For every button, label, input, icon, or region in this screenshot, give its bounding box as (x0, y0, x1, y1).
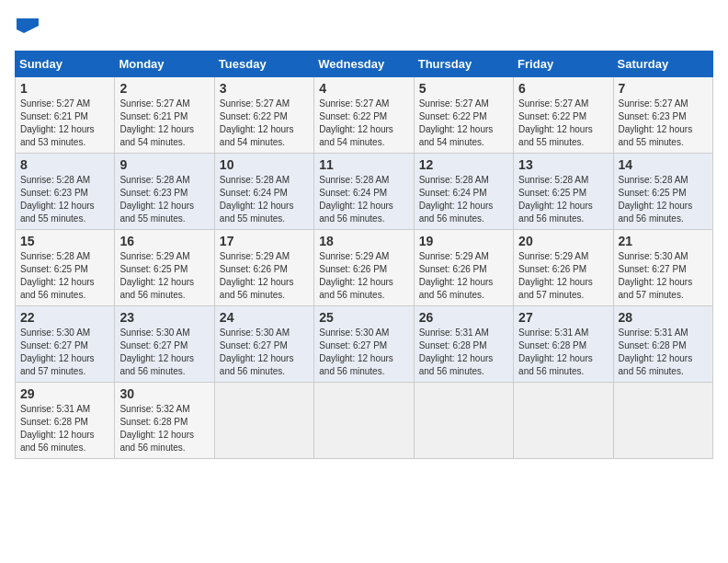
day-info: Sunrise: 5:28 AMSunset: 6:24 PMDaylight:… (319, 175, 393, 224)
calendar-week-row: 22 Sunrise: 5:30 AMSunset: 6:27 PMDaylig… (16, 306, 713, 383)
day-header-thursday: Thursday (414, 52, 513, 77)
day-info: Sunrise: 5:28 AMSunset: 6:23 PMDaylight:… (119, 175, 194, 224)
day-number: 27 (518, 310, 608, 325)
day-info: Sunrise: 5:30 AMSunset: 6:27 PMDaylight:… (119, 327, 194, 376)
calendar-cell: 26 Sunrise: 5:31 AMSunset: 6:28 PMDaylig… (414, 306, 513, 383)
day-info: Sunrise: 5:28 AMSunset: 6:24 PMDaylight:… (419, 175, 494, 224)
calendar-cell: 19 Sunrise: 5:29 AMSunset: 6:26 PMDaylig… (414, 230, 513, 306)
day-info: Sunrise: 5:31 AMSunset: 6:28 PMDaylight:… (619, 327, 693, 376)
day-number: 23 (119, 310, 209, 325)
calendar-cell: 28 Sunrise: 5:31 AMSunset: 6:28 PMDaylig… (613, 306, 712, 383)
calendar-cell: 4 Sunrise: 5:27 AMSunset: 6:22 PMDayligh… (314, 77, 414, 154)
calendar-cell: 22 Sunrise: 5:30 AMSunset: 6:27 PMDaylig… (16, 306, 115, 383)
calendar-cell: 23 Sunrise: 5:30 AMSunset: 6:27 PMDaylig… (115, 306, 214, 383)
day-number: 9 (119, 157, 209, 172)
day-info: Sunrise: 5:30 AMSunset: 6:27 PMDaylight:… (319, 327, 393, 376)
day-number: 3 (220, 81, 309, 96)
calendar-cell: 24 Sunrise: 5:30 AMSunset: 6:27 PMDaylig… (214, 306, 313, 383)
calendar-cell: 20 Sunrise: 5:29 AMSunset: 6:26 PMDaylig… (514, 230, 613, 306)
day-number: 18 (319, 234, 408, 248)
calendar-cell: 10 Sunrise: 5:28 AMSunset: 6:24 PMDaylig… (214, 154, 313, 230)
day-info: Sunrise: 5:29 AMSunset: 6:26 PMDaylight:… (220, 251, 294, 300)
calendar-cell: 8 Sunrise: 5:28 AMSunset: 6:23 PMDayligh… (16, 154, 115, 230)
calendar-cell: 16 Sunrise: 5:29 AMSunset: 6:25 PMDaylig… (115, 230, 214, 306)
day-info: Sunrise: 5:29 AMSunset: 6:26 PMDaylight:… (518, 251, 593, 300)
day-number: 29 (20, 386, 109, 401)
day-info: Sunrise: 5:30 AMSunset: 6:27 PMDaylight:… (220, 327, 294, 376)
day-info: Sunrise: 5:27 AMSunset: 6:22 PMDaylight:… (220, 98, 294, 147)
day-number: 19 (419, 234, 508, 248)
calendar-cell: 27 Sunrise: 5:31 AMSunset: 6:28 PMDaylig… (514, 306, 613, 383)
calendar-week-row: 15 Sunrise: 5:28 AMSunset: 6:25 PMDaylig… (16, 230, 713, 306)
calendar-cell (214, 383, 313, 459)
calendar-cell (314, 383, 414, 459)
day-header-saturday: Saturday (613, 52, 712, 77)
calendar-cell (414, 383, 513, 459)
day-info: Sunrise: 5:31 AMSunset: 6:28 PMDaylight:… (20, 404, 95, 453)
logo-icon (17, 15, 39, 37)
calendar-cell: 12 Sunrise: 5:28 AMSunset: 6:24 PMDaylig… (414, 154, 513, 230)
calendar-cell: 5 Sunrise: 5:27 AMSunset: 6:22 PMDayligh… (414, 77, 513, 154)
calendar-cell: 17 Sunrise: 5:29 AMSunset: 6:26 PMDaylig… (214, 230, 313, 306)
calendar-cell: 15 Sunrise: 5:28 AMSunset: 6:25 PMDaylig… (16, 230, 115, 306)
day-number: 21 (619, 234, 708, 248)
day-info: Sunrise: 5:30 AMSunset: 6:27 PMDaylight:… (619, 251, 693, 300)
day-info: Sunrise: 5:27 AMSunset: 6:22 PMDaylight:… (319, 98, 393, 147)
calendar-cell: 3 Sunrise: 5:27 AMSunset: 6:22 PMDayligh… (214, 77, 313, 154)
day-number: 17 (220, 234, 309, 248)
day-info: Sunrise: 5:27 AMSunset: 6:22 PMDaylight:… (419, 98, 494, 147)
day-number: 16 (119, 234, 209, 248)
day-info: Sunrise: 5:28 AMSunset: 6:25 PMDaylight:… (20, 251, 95, 300)
day-number: 4 (319, 81, 408, 96)
day-number: 10 (220, 157, 309, 172)
calendar-cell: 14 Sunrise: 5:28 AMSunset: 6:25 PMDaylig… (613, 154, 712, 230)
calendar-week-row: 1 Sunrise: 5:27 AMSunset: 6:21 PMDayligh… (16, 77, 713, 154)
day-header-friday: Friday (514, 52, 613, 77)
calendar-cell: 13 Sunrise: 5:28 AMSunset: 6:25 PMDaylig… (514, 154, 613, 230)
calendar-cell: 18 Sunrise: 5:29 AMSunset: 6:26 PMDaylig… (314, 230, 414, 306)
svg-marker-0 (24, 18, 39, 33)
calendar-cell (613, 383, 712, 459)
day-info: Sunrise: 5:28 AMSunset: 6:24 PMDaylight:… (220, 175, 294, 224)
day-info: Sunrise: 5:29 AMSunset: 6:26 PMDaylight:… (319, 251, 393, 300)
day-number: 12 (419, 157, 508, 172)
calendar-cell: 29 Sunrise: 5:31 AMSunset: 6:28 PMDaylig… (16, 383, 115, 459)
day-number: 22 (20, 310, 109, 325)
day-number: 5 (419, 81, 508, 96)
day-number: 6 (518, 81, 608, 96)
calendar-week-row: 8 Sunrise: 5:28 AMSunset: 6:23 PMDayligh… (16, 154, 713, 230)
day-number: 26 (419, 310, 508, 325)
calendar-cell: 6 Sunrise: 5:27 AMSunset: 6:22 PMDayligh… (514, 77, 613, 154)
day-info: Sunrise: 5:27 AMSunset: 6:22 PMDaylight:… (518, 98, 593, 147)
day-header-wednesday: Wednesday (314, 52, 414, 77)
calendar-cell (514, 383, 613, 459)
day-number: 13 (518, 157, 608, 172)
calendar-cell: 25 Sunrise: 5:30 AMSunset: 6:27 PMDaylig… (314, 306, 414, 383)
calendar-cell: 30 Sunrise: 5:32 AMSunset: 6:28 PMDaylig… (115, 383, 214, 459)
day-header-sunday: Sunday (16, 52, 115, 77)
calendar-cell: 11 Sunrise: 5:28 AMSunset: 6:24 PMDaylig… (314, 154, 414, 230)
day-info: Sunrise: 5:27 AMSunset: 6:23 PMDaylight:… (619, 98, 693, 147)
day-number: 25 (319, 310, 408, 325)
day-info: Sunrise: 5:30 AMSunset: 6:27 PMDaylight:… (20, 327, 95, 376)
header (15, 15, 713, 41)
day-number: 2 (119, 81, 209, 96)
day-number: 30 (119, 386, 209, 401)
day-number: 14 (619, 157, 708, 172)
day-number: 8 (20, 157, 109, 172)
svg-marker-1 (17, 18, 24, 33)
logo (15, 15, 37, 41)
calendar-header-row: SundayMondayTuesdayWednesdayThursdayFrid… (16, 52, 713, 77)
day-header-monday: Monday (115, 52, 214, 77)
day-header-tuesday: Tuesday (214, 52, 313, 77)
calendar-cell: 9 Sunrise: 5:28 AMSunset: 6:23 PMDayligh… (115, 154, 214, 230)
calendar-cell: 7 Sunrise: 5:27 AMSunset: 6:23 PMDayligh… (613, 77, 712, 154)
calendar-cell: 2 Sunrise: 5:27 AMSunset: 6:21 PMDayligh… (115, 77, 214, 154)
day-info: Sunrise: 5:28 AMSunset: 6:25 PMDaylight:… (518, 175, 593, 224)
day-number: 11 (319, 157, 408, 172)
calendar-week-row: 29 Sunrise: 5:31 AMSunset: 6:28 PMDaylig… (16, 383, 713, 459)
day-info: Sunrise: 5:28 AMSunset: 6:25 PMDaylight:… (619, 175, 693, 224)
day-number: 28 (619, 310, 708, 325)
day-info: Sunrise: 5:31 AMSunset: 6:28 PMDaylight:… (419, 327, 494, 376)
calendar-table: SundayMondayTuesdayWednesdayThursdayFrid… (15, 51, 713, 459)
